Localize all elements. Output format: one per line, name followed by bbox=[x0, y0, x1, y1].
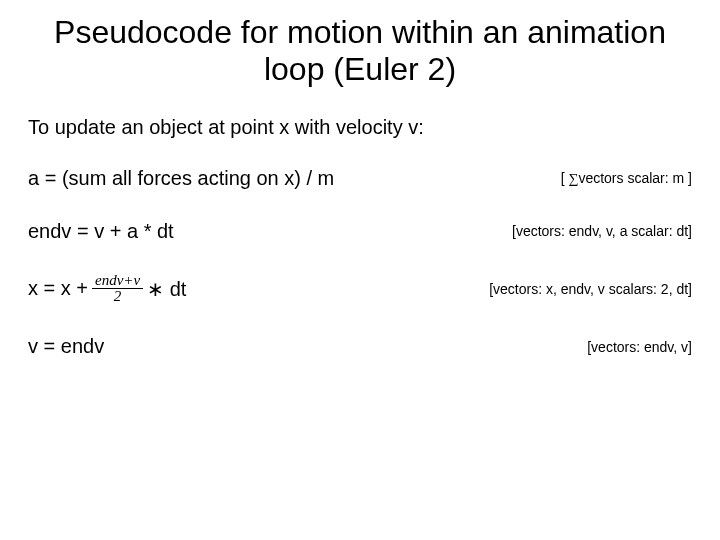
slide-title: Pseudocode for motion within an animatio… bbox=[0, 0, 720, 96]
formula-v: v = endv bbox=[28, 335, 104, 358]
line-4: v = endv [vectors: endv, v] bbox=[28, 335, 692, 358]
formula-x: x = x + endv+v 2 ∗ dt bbox=[28, 273, 186, 306]
content-area: To update an object at point x with velo… bbox=[0, 96, 720, 359]
sigma-icon: ∑ bbox=[568, 171, 578, 186]
formula-endv: endv = v + a * dt bbox=[28, 220, 174, 243]
fraction-denominator: 2 bbox=[111, 289, 125, 305]
formula-x-prefix: x = x + bbox=[28, 277, 88, 300]
fraction: endv+v 2 bbox=[92, 273, 143, 306]
fraction-numerator: endv+v bbox=[92, 273, 143, 289]
annot-a: [ ∑vectors scalar: m ] bbox=[561, 170, 692, 187]
line-2: endv = v + a * dt [vectors: endv, v, a s… bbox=[28, 220, 692, 243]
annot-v: [vectors: endv, v] bbox=[587, 339, 692, 355]
formula-x-suffix: ∗ dt bbox=[147, 277, 186, 301]
line-1: a = (sum all forces acting on x) / m [ ∑… bbox=[28, 167, 692, 190]
annot-x: [vectors: x, endv, v scalars: 2, dt] bbox=[489, 281, 692, 297]
line-3: x = x + endv+v 2 ∗ dt [vectors: x, endv,… bbox=[28, 273, 692, 306]
annot-endv: [vectors: endv, v, a scalar: dt] bbox=[512, 223, 692, 239]
intro-line: To update an object at point x with velo… bbox=[28, 116, 692, 139]
formula-a: a = (sum all forces acting on x) / m bbox=[28, 167, 334, 190]
